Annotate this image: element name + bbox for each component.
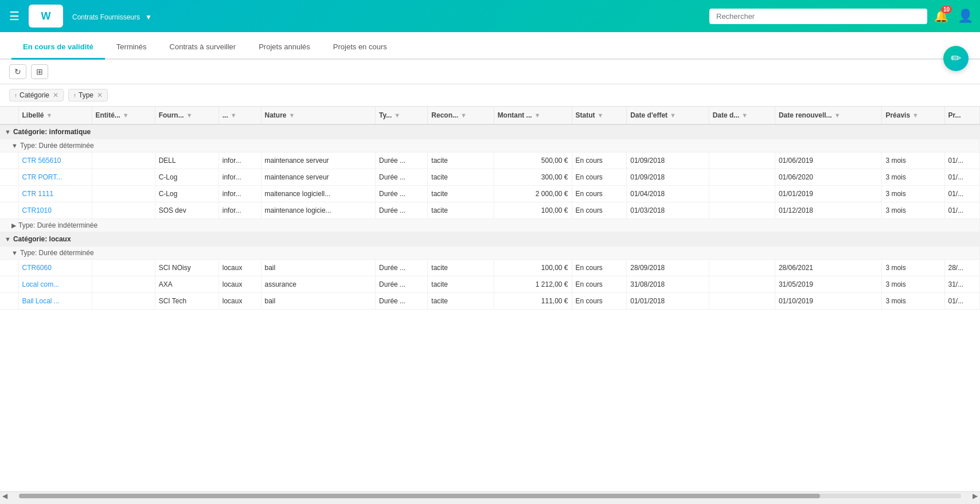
table-cell: En cours <box>572 260 627 276</box>
remove-type-filter[interactable]: ✕ <box>97 91 103 99</box>
table-cell: Local com... <box>18 276 92 293</box>
table-cell: 01/... <box>944 186 979 202</box>
table-cell: 01/01/2018 <box>627 293 709 310</box>
row-libelle-link[interactable]: CTR PORT... <box>22 173 63 181</box>
group-row[interactable]: ▼Catégorie: locaux <box>0 232 980 247</box>
subgroup-row[interactable]: ▼Type: Durée déterminée <box>0 139 980 153</box>
scrollbar-track[interactable] <box>19 494 961 498</box>
filter-nature-icon[interactable]: ▼ <box>289 112 295 119</box>
table-cell: infor... <box>218 186 261 202</box>
table-cell: 01/09/2018 <box>627 153 709 169</box>
data-table-container: Libellé ▼ Entité... ▼ Fourn... ▼ <box>0 107 980 491</box>
table-cell: 100,00 € <box>494 260 572 276</box>
group-toggle-icon[interactable]: ▼ <box>5 236 11 243</box>
refresh-button[interactable]: ↻ <box>9 64 26 79</box>
tab-surveiller[interactable]: Contrats à surveiller <box>158 36 248 60</box>
table-cell: 31/... <box>944 276 979 293</box>
arrow-up-icon: ↑ <box>14 92 17 99</box>
table-cell: 31/05/2019 <box>775 276 881 293</box>
fab-button[interactable]: ✏ <box>943 46 969 71</box>
table-cell <box>0 186 18 202</box>
subgroup-row[interactable]: ▼Type: Durée déterminée <box>0 247 980 260</box>
col-montant: Montant ... ▼ <box>494 107 572 124</box>
filter-statut-icon[interactable]: ▼ <box>598 112 604 119</box>
table-cell: Durée ... <box>376 202 428 219</box>
row-libelle-link[interactable]: Local com... <box>22 280 60 288</box>
col-nature: Nature ▼ <box>261 107 376 124</box>
filter-categorie[interactable]: ↑ Catégorie ✕ <box>9 89 64 101</box>
filter-date-renouv-icon[interactable]: ▼ <box>834 112 841 119</box>
table-cell: 01/... <box>944 169 979 186</box>
table-cell <box>709 260 775 276</box>
filter-date-d-icon[interactable]: ▼ <box>741 112 748 119</box>
filter-montant-icon[interactable]: ▼ <box>534 112 541 119</box>
table-cell: 01/09/2018 <box>627 169 709 186</box>
col-recon: Recon... ▼ <box>428 107 494 124</box>
table-cell: 31/08/2018 <box>627 276 709 293</box>
table-cell <box>709 276 775 293</box>
table-cell: C-Log <box>155 169 218 186</box>
row-libelle-link[interactable]: Bail Local ... <box>22 297 60 305</box>
row-libelle-link[interactable]: CTR1010 <box>22 206 52 214</box>
subgroup-row[interactable]: ▶Type: Durée indéterminée <box>0 219 980 232</box>
filter-preavis-icon[interactable]: ▼ <box>912 112 919 119</box>
table-cell: SCI NOisy <box>155 260 218 276</box>
table-header-row: Libellé ▼ Entité... ▼ Fourn... ▼ <box>0 107 980 124</box>
table-cell <box>0 276 18 293</box>
search-input[interactable] <box>709 9 927 24</box>
filter-fourn-icon[interactable]: ▼ <box>186 112 193 119</box>
table-cell: 01/12/2018 <box>775 202 881 219</box>
filter-type-col-icon[interactable]: ▼ <box>394 112 400 119</box>
contracts-table: Libellé ▼ Entité... ▼ Fourn... ▼ <box>0 107 980 310</box>
table-cell: bail <box>261 260 376 276</box>
table-cell <box>709 153 775 169</box>
tab-en-cours[interactable]: En cours de validité <box>11 36 105 60</box>
table-cell <box>709 202 775 219</box>
filter-col4-icon[interactable]: ▼ <box>231 112 237 119</box>
filter-libelle-icon[interactable]: ▼ <box>46 112 53 119</box>
table-cell: tacite <box>428 293 494 310</box>
subgroup-toggle-icon[interactable]: ▼ <box>11 249 18 256</box>
row-libelle-link[interactable]: CTR 565610 <box>22 157 61 165</box>
table-cell: 01/06/2019 <box>775 153 881 169</box>
col-fournisseur: Fourn... ▼ <box>155 107 218 124</box>
scroll-left-icon[interactable]: ◀ <box>2 492 7 500</box>
table-cell: CTR 1111 <box>18 186 92 202</box>
table-cell: 111,00 € <box>494 293 572 310</box>
row-libelle-link[interactable]: CTR6060 <box>22 264 52 272</box>
table-cell: 3 mois <box>882 202 944 219</box>
menu-icon[interactable]: ☰ <box>7 7 22 25</box>
tab-projets-cours[interactable]: Projets en cours <box>322 36 399 60</box>
table-cell: Durée ... <box>376 260 428 276</box>
notification-icon[interactable]: 🔔 10 <box>934 9 948 23</box>
subgroup-toggle-icon[interactable]: ▶ <box>11 222 16 229</box>
filter-entite-icon[interactable]: ▼ <box>123 112 129 119</box>
table-cell <box>92 169 155 186</box>
table-row: CTR PORT...C-Loginfor...maintenance serv… <box>0 169 980 186</box>
notif-badge: 10 <box>941 6 952 13</box>
user-icon[interactable]: 👤 <box>958 9 973 24</box>
table-cell: 500,00 € <box>494 153 572 169</box>
row-libelle-link[interactable]: CTR 1111 <box>22 190 54 198</box>
horizontal-scrollbar[interactable]: ◀ ▶ <box>0 491 980 499</box>
remove-categorie-filter[interactable]: ✕ <box>53 91 58 99</box>
table-cell: 28/06/2021 <box>775 260 881 276</box>
filter-date-effet-icon[interactable]: ▼ <box>670 112 676 119</box>
scrollbar-thumb[interactable] <box>19 494 820 498</box>
table-cell <box>709 169 775 186</box>
table-cell: En cours <box>572 202 627 219</box>
filter-recon-icon[interactable]: ▼ <box>460 112 467 119</box>
scroll-right-icon[interactable]: ▶ <box>973 492 978 500</box>
table-cell: 01/03/2018 <box>627 202 709 219</box>
table-cell: tacite <box>428 276 494 293</box>
group-toggle-icon[interactable]: ▼ <box>5 128 11 135</box>
export-button[interactable]: ⊞ <box>31 64 48 79</box>
table-cell: 3 mois <box>882 293 944 310</box>
tab-termines[interactable]: Terminés <box>105 36 158 60</box>
tab-annules[interactable]: Projets annulés <box>247 36 322 60</box>
table-cell: tacite <box>428 153 494 169</box>
subgroup-toggle-icon[interactable]: ▼ <box>11 142 18 149</box>
group-row[interactable]: ▼Catégorie: informatique <box>0 124 980 139</box>
filter-type[interactable]: ↑ Type ✕ <box>68 89 108 101</box>
table-cell: 01/01/2019 <box>775 186 881 202</box>
